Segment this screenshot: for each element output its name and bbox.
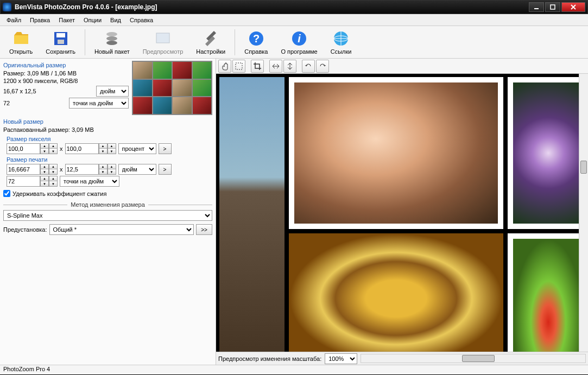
thumbnail[interactable] — [193, 62, 212, 79]
horizontal-scrollbar[interactable] — [361, 354, 586, 363]
pixel-width-input[interactable] — [7, 143, 40, 154]
thumbnail[interactable] — [173, 80, 192, 97]
links-button[interactable]: Ссылки — [325, 28, 358, 57]
print-go-button[interactable]: > — [159, 164, 172, 175]
about-label: О программе — [281, 48, 317, 55]
flip-v-button[interactable] — [283, 60, 296, 73]
flip-h-button[interactable] — [269, 60, 282, 73]
main-area: Оригинальный размер Размер: 3,09 MB / 1,… — [0, 59, 588, 365]
spin-down[interactable]: ▼ — [41, 181, 48, 186]
spin-down[interactable]: ▼ — [108, 149, 116, 154]
preview-image — [289, 77, 503, 229]
menu-view[interactable]: Вид — [106, 15, 125, 25]
help-label: Справка — [244, 48, 268, 55]
select-tool-button[interactable] — [232, 60, 245, 73]
save-button[interactable]: Сохранить — [40, 28, 81, 57]
about-button[interactable]: i О программе — [275, 28, 323, 57]
print-height-input[interactable] — [65, 164, 99, 175]
spin-down[interactable]: ▼ — [99, 149, 107, 154]
pixel-size-header: Размер пикселя — [7, 136, 212, 142]
pixel-unit-select[interactable]: процент — [118, 143, 156, 154]
scrollbar-thumb[interactable] — [580, 161, 587, 174]
resolution-unit-select[interactable]: точки на дюйм — [60, 176, 119, 187]
spin-up[interactable]: ▲ — [49, 164, 57, 169]
spin-down[interactable]: ▼ — [99, 169, 107, 174]
spin-down[interactable]: ▼ — [49, 149, 57, 154]
spin-down[interactable]: ▼ — [108, 169, 116, 174]
undo-button[interactable] — [302, 60, 315, 73]
menu-file[interactable]: Файл — [2, 15, 26, 25]
right-panel: Предпросмотр изменения масштаба: 100% — [216, 59, 588, 365]
menu-edit[interactable]: Правка — [26, 15, 54, 25]
open-button[interactable]: Открыть — [3, 28, 39, 57]
redo-icon — [318, 62, 327, 71]
spin-up[interactable]: ▲ — [41, 144, 48, 149]
spin-up[interactable]: ▲ — [41, 176, 48, 181]
spin-down[interactable]: ▼ — [49, 169, 57, 174]
minimize-button[interactable] — [529, 2, 544, 12]
vertical-scrollbar[interactable] — [579, 74, 588, 352]
spin-up[interactable]: ▲ — [99, 144, 107, 149]
spin-up[interactable]: ▲ — [49, 144, 57, 149]
spin-up[interactable]: ▲ — [108, 144, 116, 149]
info-icon: i — [290, 30, 308, 47]
print-unit-select[interactable]: дюйм — [118, 164, 156, 175]
phys-unit-select[interactable]: дюйм — [96, 86, 129, 97]
svg-text:?: ? — [253, 33, 260, 45]
scrollbar-thumb[interactable] — [462, 355, 495, 362]
thumbnail[interactable] — [133, 80, 152, 97]
preview-canvas[interactable] — [216, 74, 588, 352]
spin-down[interactable]: ▼ — [41, 169, 48, 174]
menu-bar: Файл Правка Пакет Опции Вид Справка — [0, 14, 588, 26]
hand-tool-button[interactable] — [218, 60, 231, 73]
spin-down[interactable]: ▼ — [41, 149, 48, 154]
thumbnail[interactable] — [133, 62, 152, 79]
settings-button[interactable]: Настройки — [190, 28, 231, 57]
menu-batch[interactable]: Пакет — [54, 15, 79, 25]
svg-rect-8 — [156, 33, 169, 43]
original-dimensions: 1200 x 900 пиксели, RGB/8 — [3, 77, 129, 85]
resize-method-select[interactable]: S-Spline Max — [3, 210, 212, 221]
menu-help[interactable]: Справка — [125, 15, 157, 25]
spin-up[interactable]: ▲ — [41, 164, 48, 169]
resolution-input[interactable] — [7, 176, 40, 187]
pixel-height-input[interactable] — [65, 143, 99, 154]
batch-icon — [103, 30, 121, 47]
thumbnail-grid[interactable] — [132, 61, 212, 115]
spin-down[interactable]: ▼ — [49, 181, 57, 186]
toolbar-sep — [85, 29, 85, 55]
main-toolbar: Открыть Сохранить Новый пакет Предпросмо… — [0, 26, 588, 59]
preview-label: Предпросмотр — [143, 48, 184, 55]
thumbnail[interactable] — [153, 62, 172, 79]
spin-up[interactable]: ▲ — [108, 164, 116, 169]
save-icon — [52, 30, 69, 47]
zoom-select[interactable]: 100% — [325, 353, 357, 364]
crop-tool-button[interactable] — [251, 60, 264, 73]
print-width-input[interactable] — [7, 164, 40, 175]
menu-options[interactable]: Опции — [79, 15, 106, 25]
pixel-go-button[interactable]: > — [159, 143, 172, 154]
preview-button[interactable]: Предпросмотр — [137, 28, 189, 57]
spin-up[interactable]: ▲ — [99, 164, 107, 169]
thumbnail[interactable] — [193, 80, 212, 97]
close-button[interactable] — [561, 2, 585, 12]
thumbnail[interactable] — [153, 97, 172, 114]
thumbnail[interactable] — [193, 97, 212, 114]
window-controls — [529, 2, 585, 12]
preview-image — [219, 77, 284, 352]
redo-button[interactable] — [316, 60, 329, 73]
preset-go-button[interactable]: >> — [196, 224, 212, 235]
preset-select[interactable]: Общий * — [49, 224, 194, 235]
maximize-button[interactable] — [545, 2, 560, 12]
original-size-header: Оригинальный размер — [3, 62, 129, 68]
thumbnail[interactable] — [173, 62, 192, 79]
thumbnail[interactable] — [173, 97, 192, 114]
dpi-unit-select[interactable]: точки на дюйм — [69, 98, 129, 109]
help-button[interactable]: ? Справка — [238, 28, 274, 57]
new-batch-button[interactable]: Новый пакет — [88, 28, 136, 57]
thumbnail[interactable] — [153, 80, 172, 97]
keep-ratio-checkbox[interactable] — [3, 190, 10, 197]
spin-up[interactable]: ▲ — [49, 176, 57, 181]
title-bar: BenVista PhotoZoom Pro 4.0.6 - [example.… — [0, 0, 588, 14]
thumbnail[interactable] — [133, 97, 152, 114]
